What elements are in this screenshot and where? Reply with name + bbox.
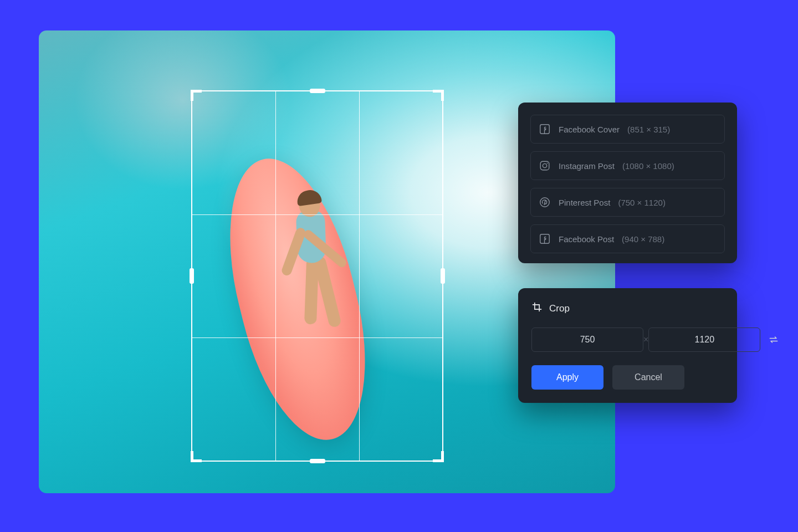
svg-point-2 [543, 163, 546, 167]
crop-handle-tr[interactable] [433, 90, 444, 101]
preset-dims: (1080 × 1080) [622, 161, 674, 171]
crop-handle-left[interactable] [190, 268, 194, 284]
swap-dimensions-button[interactable] [768, 330, 779, 349]
preset-dims: (851 × 315) [627, 125, 670, 134]
cancel-button[interactable]: Cancel [612, 365, 684, 390]
preset-label: Instagram Post [559, 161, 615, 171]
crop-title: Crop [549, 303, 570, 314]
preset-facebook-cover[interactable]: Facebook Cover (851 × 315) [530, 115, 725, 144]
crop-handle-tl[interactable] [191, 90, 202, 101]
instagram-icon [539, 160, 551, 172]
crop-panel: Crop × Apply Cancel [518, 288, 737, 403]
preset-sizes-panel: Facebook Cover (851 × 315) Instagram Pos… [518, 103, 737, 263]
preset-dims: (940 × 788) [622, 234, 664, 244]
preset-label: Pinterest Post [559, 198, 610, 207]
svg-point-3 [547, 163, 548, 164]
preset-label: Facebook Post [559, 234, 614, 244]
preset-instagram-post[interactable]: Instagram Post (1080 × 1080) [530, 151, 725, 180]
crop-height-input[interactable] [648, 328, 760, 352]
preset-dims: (750 × 1120) [618, 198, 665, 207]
preset-facebook-post[interactable]: Facebook Post (940 × 788) [530, 224, 725, 253]
preset-label: Facebook Cover [559, 125, 620, 134]
crop-icon [531, 301, 543, 315]
crop-handle-br[interactable] [433, 451, 444, 462]
crop-grid-line [192, 337, 442, 338]
pinterest-icon [539, 196, 551, 208]
crop-dimensions-row: × [531, 328, 724, 352]
apply-button[interactable]: Apply [531, 365, 603, 390]
crop-panel-header: Crop [531, 301, 724, 315]
crop-handle-top[interactable] [310, 89, 325, 93]
dimension-separator: × [643, 335, 648, 345]
crop-grid-line [192, 214, 442, 215]
crop-actions: Apply Cancel [531, 365, 724, 390]
svg-rect-1 [540, 161, 549, 170]
crop-handle-right[interactable] [441, 268, 445, 284]
crop-grid-line [359, 91, 360, 461]
crop-width-input[interactable] [531, 328, 643, 352]
crop-handle-bl[interactable] [191, 451, 202, 462]
crop-region[interactable] [191, 90, 443, 462]
crop-handle-bottom[interactable] [310, 459, 325, 463]
facebook-icon [539, 123, 551, 135]
facebook-icon [539, 233, 551, 245]
preset-pinterest-post[interactable]: Pinterest Post (750 × 1120) [530, 188, 725, 217]
crop-grid-line [275, 91, 276, 461]
